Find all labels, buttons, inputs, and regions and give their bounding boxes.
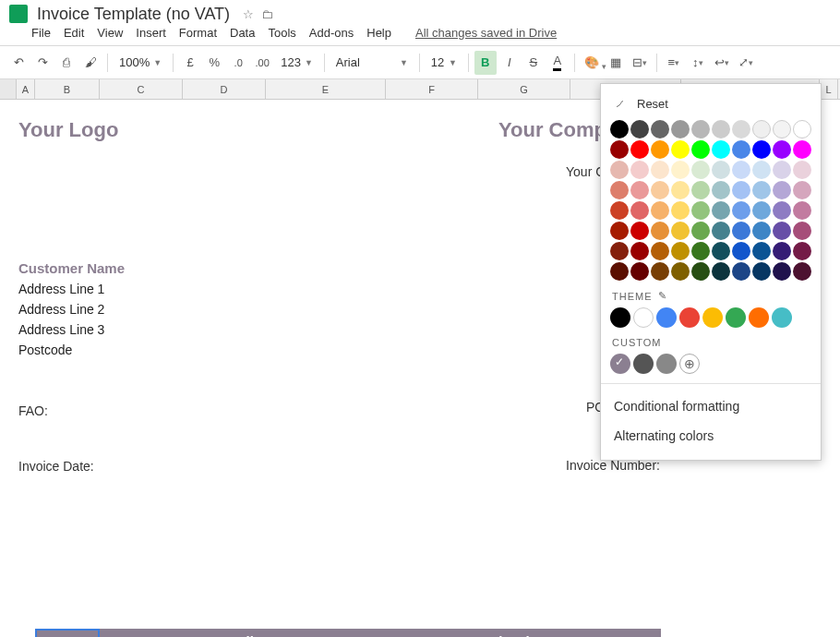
custom-swatch[interactable] [610, 354, 630, 374]
color-swatch[interactable] [773, 222, 791, 240]
color-swatch[interactable] [752, 242, 771, 260]
color-swatch[interactable] [610, 222, 629, 240]
col-header[interactable]: L [820, 79, 838, 99]
color-swatch[interactable] [752, 140, 771, 159]
undo-button[interactable]: ↶ [7, 51, 30, 75]
color-swatch[interactable] [630, 140, 649, 159]
v-align-button[interactable]: ↕▾ [687, 51, 709, 75]
color-swatch[interactable] [712, 242, 730, 260]
color-swatch[interactable] [773, 120, 791, 138]
company-line2[interactable]: Your C [566, 164, 605, 179]
merge-cells-button[interactable]: ⊟▾ [629, 51, 651, 75]
font-select[interactable]: Arial▼ [330, 51, 414, 75]
theme-swatch[interactable] [702, 307, 723, 328]
color-swatch[interactable] [732, 242, 750, 260]
italic-button[interactable]: I [498, 51, 521, 75]
custom-swatch[interactable] [656, 354, 677, 374]
color-swatch[interactable] [610, 161, 629, 179]
number-format-select[interactable]: 123▼ [275, 51, 318, 75]
color-swatch[interactable] [732, 222, 750, 240]
menu-format[interactable]: Format [179, 26, 217, 40]
col-header[interactable]: C [100, 79, 183, 99]
edit-theme-icon[interactable]: ✎ [658, 290, 667, 302]
col-header[interactable]: F [386, 79, 478, 99]
star-icon[interactable]: ☆ [243, 7, 254, 21]
theme-swatch[interactable] [679, 307, 700, 328]
color-swatch[interactable] [793, 120, 811, 138]
currency-button[interactable]: £ [179, 51, 201, 75]
color-swatch[interactable] [773, 161, 791, 179]
menu-view[interactable]: View [97, 26, 123, 40]
theme-swatch[interactable] [726, 307, 746, 328]
color-swatch[interactable] [651, 181, 669, 199]
color-swatch[interactable] [793, 222, 811, 240]
color-swatch[interactable] [610, 120, 629, 138]
color-swatch[interactable] [610, 181, 629, 199]
h-align-button[interactable]: ≡▾ [663, 51, 685, 75]
color-swatch[interactable] [773, 242, 791, 260]
color-swatch[interactable] [630, 120, 649, 138]
color-swatch[interactable] [691, 242, 710, 260]
color-swatch[interactable] [712, 120, 730, 138]
font-size-select[interactable]: 12▼ [426, 51, 462, 75]
color-swatch[interactable] [671, 120, 690, 138]
color-swatch[interactable] [712, 140, 730, 159]
fill-color-button[interactable]: 🎨▾ [581, 51, 603, 75]
color-swatch[interactable] [630, 242, 649, 260]
invoice-date-label[interactable]: Invoice Date: [18, 459, 840, 474]
color-swatch[interactable] [752, 181, 771, 199]
color-swatch[interactable] [732, 201, 750, 220]
col-header[interactable]: B [35, 79, 100, 99]
col-header[interactable]: D [183, 79, 266, 99]
color-swatch[interactable] [712, 222, 730, 240]
color-swatch[interactable] [691, 120, 710, 138]
text-rotate-button[interactable]: ⤢▾ [735, 51, 757, 75]
color-swatch[interactable] [732, 161, 750, 179]
color-swatch[interactable] [630, 222, 649, 240]
color-swatch[interactable] [793, 201, 811, 220]
add-custom-color-button[interactable]: ⊕ [679, 354, 700, 374]
theme-swatch[interactable] [772, 307, 792, 328]
menu-tools[interactable]: Tools [268, 26, 295, 40]
color-swatch[interactable] [651, 242, 669, 260]
color-swatch[interactable] [752, 161, 771, 179]
color-swatch[interactable] [712, 161, 730, 179]
color-swatch[interactable] [691, 181, 710, 199]
color-swatch[interactable] [752, 262, 771, 281]
color-swatch[interactable] [651, 262, 669, 281]
color-swatch[interactable] [630, 181, 649, 199]
color-swatch[interactable] [752, 222, 771, 240]
custom-swatch[interactable] [633, 354, 654, 374]
color-swatch[interactable] [651, 201, 669, 220]
invoice-table-header[interactable]: Details Qty Unit Price Amount [35, 629, 661, 637]
bold-button[interactable]: B [474, 51, 497, 75]
color-swatch[interactable] [671, 181, 690, 199]
save-status[interactable]: All changes saved in Drive [415, 26, 557, 40]
color-swatch[interactable] [773, 262, 791, 281]
print-button[interactable]: ⎙ [55, 51, 78, 75]
paint-format-button[interactable]: 🖌 [79, 51, 102, 75]
color-swatch[interactable] [773, 140, 791, 159]
color-swatch[interactable] [752, 120, 771, 138]
color-swatch[interactable] [651, 140, 669, 159]
color-swatch[interactable] [793, 262, 811, 281]
color-swatch[interactable] [732, 140, 750, 159]
color-swatch[interactable] [610, 140, 629, 159]
color-swatch[interactable] [773, 181, 791, 199]
color-swatch[interactable] [630, 201, 649, 220]
menu-file[interactable]: File [31, 26, 51, 40]
color-swatch[interactable] [793, 140, 811, 159]
color-swatch[interactable] [651, 222, 669, 240]
zoom-select[interactable]: 100%▼ [114, 51, 167, 75]
theme-swatch[interactable] [749, 307, 769, 328]
reset-color-button[interactable]: ⟋ Reset [610, 93, 811, 120]
color-swatch[interactable] [651, 161, 669, 179]
theme-swatch[interactable] [656, 307, 677, 328]
text-color-button[interactable]: A [546, 51, 569, 75]
color-swatch[interactable] [671, 140, 690, 159]
color-swatch[interactable] [671, 262, 690, 281]
color-swatch[interactable] [691, 161, 710, 179]
color-swatch[interactable] [671, 222, 690, 240]
col-header[interactable]: E [266, 79, 386, 99]
color-swatch[interactable] [773, 201, 791, 220]
